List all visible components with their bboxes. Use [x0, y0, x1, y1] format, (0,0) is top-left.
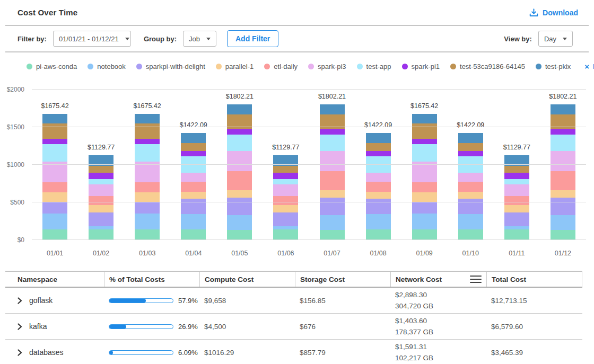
bar-segment-etl-daily[interactable]: [89, 196, 113, 205]
bar[interactable]: [273, 155, 298, 240]
bar[interactable]: [181, 133, 206, 240]
bar-segment-test-pkix[interactable]: [458, 133, 483, 143]
bar-segment-spark-pi1[interactable]: [551, 129, 575, 135]
bar[interactable]: [320, 104, 345, 240]
bar[interactable]: [504, 155, 529, 240]
legend-item-parallel-1[interactable]: parallel-1: [216, 63, 254, 70]
bar[interactable]: [227, 104, 252, 240]
bar-segment-parallel-1[interactable]: [135, 192, 160, 201]
bar-segment-sparkpi-with-delight[interactable]: [227, 198, 252, 215]
bar-segment-notebook[interactable]: [551, 215, 575, 230]
bar-segment-test-app[interactable]: [42, 144, 67, 162]
bar-segment-etl-daily[interactable]: [366, 182, 391, 192]
bar-segment-notebook[interactable]: [458, 214, 483, 230]
bar-segment-sparkpi-with-delight[interactable]: [458, 199, 483, 214]
bar-segment-spark-pi1[interactable]: [412, 139, 437, 144]
bar-segment-spark-pi3[interactable]: [458, 173, 483, 182]
bar-segment-parallel-1[interactable]: [458, 192, 483, 199]
namespace-cell[interactable]: databases: [5, 348, 104, 357]
bar-segment-sparkpi-with-delight[interactable]: [89, 212, 113, 226]
bar[interactable]: [135, 114, 160, 240]
bar-segment-etl-daily[interactable]: [551, 171, 575, 190]
bar-segment-sparkpi-with-delight[interactable]: [135, 202, 160, 214]
bar-segment-test-app[interactable]: [412, 144, 437, 162]
bar-segment-test-pkix[interactable]: [412, 114, 437, 123]
bar-segment-sparkpi-with-delight[interactable]: [412, 202, 437, 214]
legend-item-spark-pi3[interactable]: spark-pi3: [308, 63, 346, 70]
expand-chevron-icon[interactable]: [18, 349, 22, 356]
bar-segment-spark-pi1[interactable]: [227, 129, 252, 135]
add-filter-button[interactable]: Add Filter: [227, 30, 278, 47]
namespace-cell[interactable]: kafka: [5, 322, 104, 331]
bar-segment-pi-aws-conda[interactable]: [412, 229, 437, 240]
bar-segment-test-app[interactable]: [227, 135, 252, 151]
bar-segment-notebook[interactable]: [181, 214, 206, 230]
bar[interactable]: [366, 133, 391, 240]
bar-segment-parallel-1[interactable]: [320, 190, 345, 198]
bar-segment-test-app[interactable]: [551, 135, 575, 151]
bar[interactable]: [551, 104, 575, 240]
bar-segment-spark-pi1[interactable]: [135, 139, 160, 144]
bar-segment-test-pkix[interactable]: [320, 104, 345, 114]
bar-segment-sparkpi-with-delight[interactable]: [42, 202, 67, 214]
bar-segment-spark-pi1[interactable]: [366, 151, 391, 156]
bar-segment-parallel-1[interactable]: [42, 192, 67, 201]
legend-item-sparkpi-with-delight[interactable]: sparkpi-with-delight: [136, 63, 205, 70]
download-button[interactable]: Download: [529, 8, 578, 17]
bar-segment-etl-daily[interactable]: [181, 182, 206, 192]
bar-segment-pi-aws-conda[interactable]: [551, 230, 575, 240]
bar-segment-spark-pi3[interactable]: [320, 151, 345, 171]
bar-segment-etl-daily[interactable]: [227, 171, 252, 190]
bar-segment-etl-daily[interactable]: [320, 171, 345, 190]
bar-segment-test-app[interactable]: [89, 179, 113, 184]
bar-segment-parallel-1[interactable]: [412, 192, 437, 201]
legend-item-test-app[interactable]: test-app: [357, 63, 391, 70]
bar-segment-test-pkix[interactable]: [135, 114, 160, 123]
bar-segment-test-53ca9186-64145[interactable]: [42, 123, 67, 139]
bar-segment-notebook[interactable]: [42, 214, 67, 229]
bar-segment-test-pkix[interactable]: [181, 133, 206, 143]
bar-segment-parallel-1[interactable]: [89, 205, 113, 212]
bar[interactable]: [89, 155, 113, 240]
bar-segment-sparkpi-with-delight[interactable]: [504, 212, 529, 226]
expand-chevron-icon[interactable]: [18, 323, 22, 330]
bar-segment-etl-daily[interactable]: [273, 196, 298, 205]
bar-segment-spark-pi1[interactable]: [504, 173, 529, 179]
bar-segment-spark-pi3[interactable]: [227, 151, 252, 171]
bar[interactable]: [412, 114, 437, 240]
bar-segment-test-53ca9186-64145[interactable]: [89, 166, 113, 173]
date-range-select[interactable]: 01/01/21 - 01/12/21: [53, 31, 131, 47]
view-by-select[interactable]: Day: [538, 31, 573, 47]
legend-item-pi-aws-conda[interactable]: pi-aws-conda: [27, 63, 77, 70]
deselect-all-button[interactable]: × Deselect All: [584, 63, 594, 70]
bar-segment-test-app[interactable]: [504, 179, 529, 184]
bar-segment-pi-aws-conda[interactable]: [181, 229, 206, 240]
bar-segment-spark-pi1[interactable]: [273, 173, 298, 179]
bar-segment-notebook[interactable]: [227, 215, 252, 230]
legend-item-notebook[interactable]: notebook: [88, 63, 126, 70]
bar-segment-spark-pi3[interactable]: [366, 173, 391, 182]
bar-segment-pi-aws-conda[interactable]: [320, 230, 345, 240]
bar-segment-spark-pi1[interactable]: [181, 151, 206, 156]
legend-item-etl-daily[interactable]: etl-daily: [264, 63, 298, 70]
bar-segment-spark-pi3[interactable]: [181, 173, 206, 182]
bar-segment-parallel-1[interactable]: [366, 192, 391, 199]
bar-segment-etl-daily[interactable]: [42, 182, 67, 192]
bar-segment-sparkpi-with-delight[interactable]: [320, 198, 345, 215]
bar-segment-etl-daily[interactable]: [504, 196, 529, 205]
bar-segment-etl-daily[interactable]: [135, 182, 160, 192]
bar-segment-test-app[interactable]: [320, 135, 345, 151]
bar-segment-test-53ca9186-64145[interactable]: [366, 143, 391, 152]
legend-item-spark-pi1[interactable]: spark-pi1: [402, 63, 440, 70]
legend-item-test-53ca9186-64145[interactable]: test-53ca9186-64145: [450, 63, 525, 70]
namespace-cell[interactable]: goflask: [5, 296, 104, 305]
bar-segment-etl-daily[interactable]: [412, 182, 437, 192]
bar-segment-spark-pi3[interactable]: [504, 184, 529, 197]
bar-segment-sparkpi-with-delight[interactable]: [181, 199, 206, 214]
bar-segment-spark-pi3[interactable]: [273, 184, 298, 197]
legend-item-test-pkix[interactable]: test-pkix: [536, 63, 571, 70]
bar-segment-parallel-1[interactable]: [273, 205, 298, 212]
bar-segment-parallel-1[interactable]: [227, 190, 252, 198]
bar-segment-sparkpi-with-delight[interactable]: [273, 212, 298, 226]
bar-segment-notebook[interactable]: [412, 214, 437, 229]
